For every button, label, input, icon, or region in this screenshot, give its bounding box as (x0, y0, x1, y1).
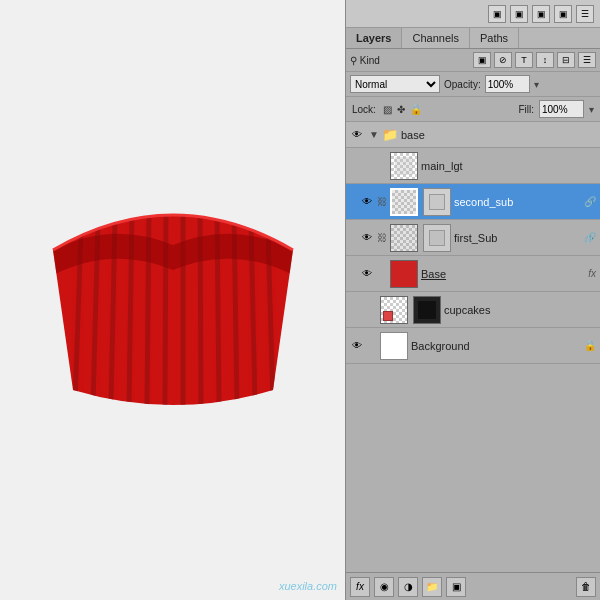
mask-first-sub (423, 224, 451, 252)
bottom-toolbar: fx ◉ ◑ 📁 ▣ 🗑 (346, 572, 600, 600)
filter-btn-5[interactable]: ⊟ (557, 52, 575, 68)
thumb-base (390, 260, 418, 288)
adjustment-button[interactable]: ◑ (398, 577, 418, 597)
svg-line-4 (147, 206, 149, 405)
layer-first-sub-name: first_Sub (454, 232, 579, 244)
filter-btn-6[interactable]: ☰ (578, 52, 596, 68)
tab-layers[interactable]: Layers (346, 28, 402, 48)
layer-second-sub[interactable]: 👁 ⛓ second_sub 🔗 (346, 184, 600, 220)
filter-btn-1[interactable]: ▣ (473, 52, 491, 68)
eye-first-sub[interactable]: 👁 (360, 231, 374, 245)
background-lock: 🔒 (584, 340, 596, 351)
thumb-cupcakes (380, 296, 408, 324)
fx-button[interactable]: fx (350, 577, 370, 597)
group-arrow[interactable]: ▼ (369, 129, 379, 140)
group-button[interactable]: 📁 (422, 577, 442, 597)
link-second-sub: ⛓ (377, 196, 387, 207)
thumb-first-sub (390, 224, 418, 252)
filter-btn-2[interactable]: ⊘ (494, 52, 512, 68)
lock-icon-move[interactable]: ✤ (397, 104, 405, 115)
layer-first-sub[interactable]: 👁 ⛓ first_Sub 🔗 (346, 220, 600, 256)
kind-label: ⚲ Kind (350, 55, 380, 66)
svg-line-7 (200, 206, 201, 405)
delete-button[interactable]: 🗑 (576, 577, 596, 597)
mask-cupcakes (413, 296, 441, 324)
layer-base-name: Base (421, 268, 585, 280)
tabs-row: Layers Channels Paths (346, 28, 600, 49)
lock-label: Lock: (352, 104, 376, 115)
layer-cupcakes-name: cupcakes (444, 304, 596, 316)
layer-background[interactable]: 👁 Background 🔒 (346, 328, 600, 364)
blend-mode-select[interactable]: Normal Multiply Screen (350, 75, 440, 93)
layers-panel: ▣ ▣ ▣ ▣ ☰ Layers Channels Paths ⚲ Kind ▣… (345, 0, 600, 600)
opacity-label: Opacity: (444, 79, 481, 90)
filter-row: ⚲ Kind ▣ ⊘ T ↕ ⊟ ☰ (346, 49, 600, 72)
layer-background-name: Background (411, 340, 581, 352)
tab-paths[interactable]: Paths (470, 28, 519, 48)
layers-list: 👁 ▼ 📁 base 👁 main_lgt 👁 ⛓ second_ (346, 122, 600, 572)
eye-background[interactable]: 👁 (350, 339, 364, 353)
toolbar-icon-1[interactable]: ▣ (488, 5, 506, 23)
filter-btn-4[interactable]: ↕ (536, 52, 554, 68)
fill-label: Fill: (518, 104, 534, 115)
eye-base[interactable]: 👁 (360, 267, 374, 281)
toolbar-icon-2[interactable]: ▣ (510, 5, 528, 23)
first-sub-link-badge: 🔗 (584, 232, 596, 243)
lock-row: Lock: ▨ ✤ 🔒 Fill: ▾ (346, 97, 600, 122)
eye-second-sub[interactable]: 👁 (360, 195, 374, 209)
canvas-area: xuexila.com (0, 0, 345, 600)
second-sub-link-badge: 🔗 (584, 196, 596, 207)
svg-line-5 (165, 203, 166, 405)
group-base-eye[interactable]: 👁 (350, 128, 366, 142)
thumb-main-lgt (390, 152, 418, 180)
lock-icon-pixels[interactable]: ▨ (383, 104, 392, 115)
fill-input[interactable] (539, 100, 584, 118)
opacity-arrow[interactable]: ▾ (534, 79, 539, 90)
layer-second-sub-name: second_sub (454, 196, 579, 208)
folder-icon: 📁 (382, 127, 398, 142)
layer-main-lgt-name: main_lgt (421, 160, 596, 172)
link-first-sub: ⛓ (377, 232, 387, 243)
blend-row: Normal Multiply Screen Opacity: ▾ (346, 72, 600, 97)
layer-base[interactable]: 👁 Base fx (346, 256, 600, 292)
toolbar-icon-4[interactable]: ▣ (554, 5, 572, 23)
opacity-input[interactable] (485, 75, 530, 93)
top-toolbar: ▣ ▣ ▣ ▣ ☰ (346, 0, 600, 28)
thumb-second-sub (390, 188, 418, 216)
lock-icon-all[interactable]: 🔒 (410, 104, 422, 115)
mask-button[interactable]: ◉ (374, 577, 394, 597)
layer-cupcakes[interactable]: 👁 cupcakes (346, 292, 600, 328)
mask-second-sub (423, 188, 451, 216)
fx-badge: fx (588, 268, 596, 279)
fill-arrow[interactable]: ▾ (589, 104, 594, 115)
layer-main-lgt[interactable]: 👁 main_lgt (346, 148, 600, 184)
toolbar-icon-5[interactable]: ☰ (576, 5, 594, 23)
tab-channels[interactable]: Channels (402, 28, 469, 48)
thumb-background (380, 332, 408, 360)
new-layer-button[interactable]: ▣ (446, 577, 466, 597)
watermark: xuexila.com (279, 580, 337, 592)
group-base-header[interactable]: 👁 ▼ 📁 base (346, 122, 600, 148)
cupcake-artwork (33, 190, 313, 410)
filter-btn-3[interactable]: T (515, 52, 533, 68)
group-base-name: base (401, 129, 425, 141)
toolbar-icon-3[interactable]: ▣ (532, 5, 550, 23)
